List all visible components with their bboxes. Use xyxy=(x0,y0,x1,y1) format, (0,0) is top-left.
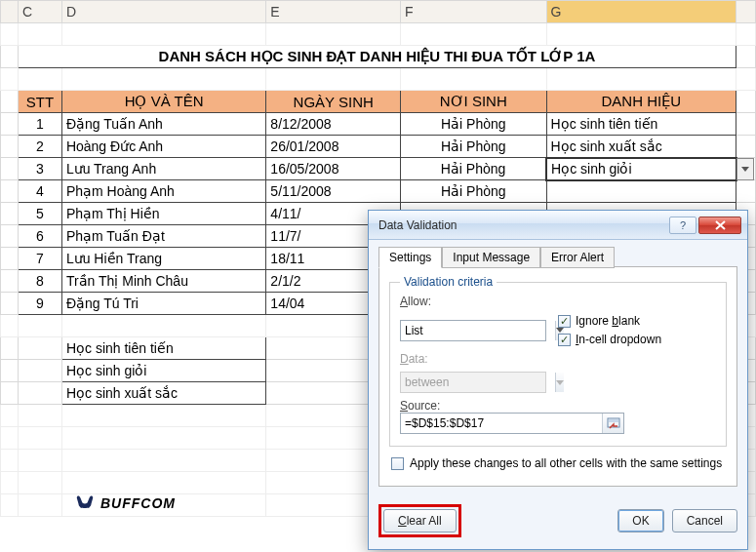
tab-error-alert[interactable]: Error Alert xyxy=(540,247,615,268)
logo-text: BUFFCOM xyxy=(100,495,176,511)
allow-value[interactable] xyxy=(401,321,555,340)
col-header-blank[interactable] xyxy=(1,1,19,23)
table-cell[interactable]: Học sinh tiên tiến xyxy=(546,113,736,136)
tab-pane-settings: Validation criteria Allow: Ignore blank … xyxy=(378,266,737,487)
ok-button[interactable]: OK xyxy=(617,509,663,532)
table-cell[interactable]: 5 xyxy=(18,203,61,225)
source-value[interactable] xyxy=(401,414,602,433)
table-cell[interactable]: Học sinh xuất sắc xyxy=(546,136,736,158)
table-cell[interactable]: Phạm Thị Hiền xyxy=(61,203,265,225)
buffcom-logo: BUFFCOM xyxy=(74,493,211,514)
table-cell[interactable]: Hải Phòng xyxy=(401,158,547,180)
allow-label: Allow: xyxy=(400,295,716,308)
dialog-title: Data Validation xyxy=(378,218,667,232)
table-cell[interactable]: Phạm Tuấn Đạt xyxy=(61,225,265,248)
source-list-item[interactable]: Học sinh tiên tiến xyxy=(61,337,265,360)
cancel-button[interactable]: Cancel xyxy=(672,509,737,532)
source-list-item[interactable]: Học sinh xuất sắc xyxy=(61,382,265,405)
table-cell[interactable]: 7 xyxy=(18,248,61,270)
allow-combobox[interactable] xyxy=(400,320,546,341)
table-cell[interactable]: 6 xyxy=(18,225,61,248)
table-cell[interactable]: 4 xyxy=(18,180,61,203)
source-label: Source: xyxy=(400,399,716,413)
incell-dropdown-checkbox[interactable]: In-cell dropdown xyxy=(558,333,661,346)
group-label: Validation criteria xyxy=(400,275,497,289)
svg-point-0 xyxy=(80,506,82,508)
help-button[interactable]: ? xyxy=(669,217,696,234)
col-header-C[interactable]: C xyxy=(18,1,61,23)
checkbox-icon xyxy=(558,315,571,328)
data-validation-dialog: Data Validation ? Settings Input Message… xyxy=(368,210,748,550)
table-cell[interactable]: 8 xyxy=(18,270,61,293)
tab-input-message[interactable]: Input Message xyxy=(442,247,540,268)
svg-rect-3 xyxy=(609,419,618,422)
range-picker-button[interactable] xyxy=(602,414,623,433)
table-cell[interactable]: 26/01/2008 xyxy=(266,136,401,158)
apply-all-label: Apply these changes to all other cells w… xyxy=(410,456,722,470)
col-header-E[interactable]: E xyxy=(266,1,401,23)
table-cell[interactable]: Lưu Trang Anh xyxy=(61,158,265,180)
source-input[interactable] xyxy=(400,413,624,434)
table-cell[interactable]: Đặng Tuấn Anh xyxy=(61,113,265,136)
dialog-titlebar[interactable]: Data Validation ? xyxy=(369,211,747,240)
clear-all-button[interactable]: Clear All xyxy=(383,509,457,532)
th-name: HỌ VÀ TÊN xyxy=(61,91,265,113)
source-list-item[interactable]: Học sinh giỏi xyxy=(61,360,265,382)
col-header-D[interactable]: D xyxy=(61,1,265,23)
data-value xyxy=(401,373,555,392)
checkbox-icon xyxy=(391,457,404,470)
col-header-F[interactable]: F xyxy=(401,1,547,23)
svg-point-1 xyxy=(88,506,90,508)
apply-all-checkbox[interactable] xyxy=(391,457,404,470)
validation-criteria-group: Validation criteria Allow: Ignore blank … xyxy=(389,275,727,447)
table-cell[interactable]: Lưu Hiền Trang xyxy=(61,248,265,270)
cell-dropdown-handle[interactable] xyxy=(736,158,754,180)
col-header-edge[interactable] xyxy=(736,1,756,23)
th-dob: NGÀY SINH xyxy=(266,91,401,113)
tab-settings[interactable]: Settings xyxy=(378,247,442,268)
table-cell[interactable]: Hải Phòng xyxy=(401,113,547,136)
th-award: DANH HIỆU xyxy=(546,91,736,113)
table-cell[interactable]: 16/05/2008 xyxy=(266,158,401,180)
col-header-G[interactable]: G xyxy=(546,1,736,23)
table-cell[interactable]: 5/11/2008 xyxy=(266,180,401,203)
table-cell[interactable]: Hoàng Đức Anh xyxy=(61,136,265,158)
table-cell[interactable]: Đặng Tú Tri xyxy=(61,293,265,315)
table-cell[interactable]: Phạm Hoàng Anh xyxy=(61,180,265,203)
data-combobox xyxy=(400,372,546,393)
th-stt: STT xyxy=(18,91,61,113)
table-cell[interactable]: Hải Phòng xyxy=(401,136,547,158)
table-cell[interactable]: 9 xyxy=(18,293,61,315)
data-label: Data: xyxy=(400,352,716,366)
th-pob: NƠI SINH xyxy=(401,91,547,113)
chevron-down-icon xyxy=(741,167,749,172)
range-picker-icon xyxy=(607,417,620,430)
close-button[interactable] xyxy=(698,217,741,234)
close-icon xyxy=(715,220,726,230)
checkbox-icon xyxy=(558,334,571,346)
table-cell[interactable]: 1 xyxy=(18,113,61,136)
sheet-title: DANH SÁCH HỌC SINH ĐẠT DANH HIỆU THI ĐUA… xyxy=(18,46,736,68)
table-cell[interactable]: Trần Thị Minh Châu xyxy=(61,270,265,293)
table-cell[interactable]: 8/12/2008 xyxy=(266,113,401,136)
cell-value: Học sinh giỏi xyxy=(551,161,632,177)
bull-icon xyxy=(74,493,96,514)
active-cell[interactable]: Học sinh giỏi xyxy=(546,158,736,180)
ignore-blank-checkbox[interactable]: Ignore blank xyxy=(558,314,661,328)
clear-all-highlight: Clear All xyxy=(378,504,461,537)
dialog-tabs: Settings Input Message Error Alert xyxy=(378,246,737,267)
chevron-down-icon xyxy=(555,373,564,392)
table-cell[interactable]: 3 xyxy=(18,158,61,180)
table-cell[interactable] xyxy=(546,180,736,203)
table-cell[interactable]: 2 xyxy=(18,136,61,158)
table-cell[interactable]: Hải Phòng xyxy=(401,180,547,203)
